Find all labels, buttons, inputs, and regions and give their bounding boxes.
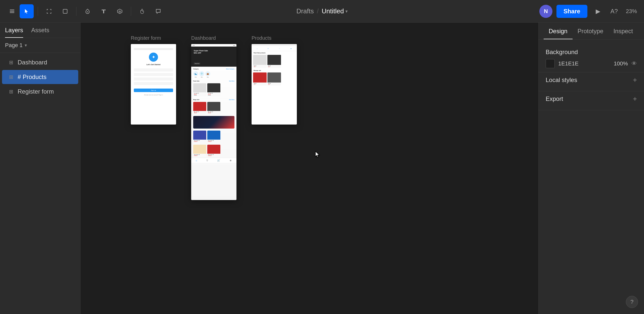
text-tool-button[interactable] — [97, 4, 111, 18]
svg-rect-9 — [47, 12, 47, 14]
prod-product-3[interactable]: Nike Air $175 — [253, 72, 267, 86]
dash-more-product-2[interactable]: Nike Air Max ZTK $1,280.00 — [207, 131, 220, 143]
hand-tool-button[interactable] — [135, 4, 149, 18]
dash-extra-price-2: $1,280.00 — [208, 155, 220, 156]
local-styles-add-button[interactable]: + — [633, 76, 637, 84]
tab-design[interactable]: Design — [544, 23, 573, 39]
prod-product-2[interactable]: Nike Air $255 — [267, 55, 281, 68]
register-phone-bar — [134, 48, 173, 50]
dash-product-info-2: TK - Nike ZTK $255.00 $320.00 — [207, 92, 220, 96]
prod-nav-icon-2[interactable]: ⚲ — [268, 48, 269, 49]
local-styles-header: Local styles + — [546, 76, 637, 84]
frame-tool-button[interactable] — [42, 4, 56, 18]
dash-category-3[interactable]: 👜 Bags — [205, 71, 210, 78]
dash-mega-price-1: $205.00 — [194, 112, 206, 113]
component-tool-button[interactable] — [113, 4, 127, 18]
sidebar-item-register[interactable]: ⊞ Register form — [2, 85, 78, 99]
tab-inspect[interactable]: Inspect — [608, 23, 638, 39]
tab-assets[interactable]: Assets — [31, 27, 49, 38]
nav-profile-icon[interactable]: ☻ — [229, 159, 232, 162]
share-button[interactable]: Share — [556, 5, 587, 18]
dash-extra-products: Nike Air Max ZTK $1,280.00 Nike Air Max … — [191, 144, 236, 158]
tab-prototype[interactable]: Prototype — [573, 23, 609, 39]
local-styles-title: Local styles — [546, 76, 577, 84]
dash-mega-img-1 — [193, 102, 206, 111]
main-menu-button[interactable] — [5, 4, 19, 18]
export-header: Export + — [546, 95, 637, 102]
dash-more-info-1: Nike Air Max ZTK $1,280.00 — [193, 140, 206, 143]
frame-icon: ⊞ — [8, 59, 14, 65]
dash-time: 9:41 — [193, 45, 195, 46]
background-color-value[interactable]: 1E1E1E — [558, 60, 610, 67]
drafts-label[interactable]: Drafts — [296, 7, 314, 15]
dash-mega-sale-banner — [193, 116, 234, 129]
page-selector[interactable]: Page 1 ▾ — [0, 38, 80, 53]
dash-more-category[interactable]: More Category — [226, 68, 234, 70]
prod-product-grid-1: Nike Air $205 Nike Air $255 — [252, 54, 297, 69]
dash-category-1[interactable]: 👟 Shoes — [193, 71, 198, 78]
prod-nav-icon-4[interactable]: ☻ — [290, 48, 292, 49]
page-chevron-icon: ▾ — [25, 43, 27, 48]
page-label: Page 1 — [5, 42, 23, 49]
canvas[interactable]: Register form ✦ Let's Get Started — [80, 23, 538, 314]
prod-section-title: Flash Sale products — [252, 51, 297, 54]
dash-flash-title: Flash Sale See More — [191, 79, 236, 82]
prod-product-price-4: $320 — [268, 84, 280, 85]
background-color-swatch[interactable] — [546, 59, 555, 68]
title-chevron-icon: ▾ — [345, 9, 348, 14]
prod-manage-title: Manage sale — [252, 69, 297, 72]
dash-product-img-2 — [207, 83, 220, 92]
frame-icon: ⊞ — [8, 74, 14, 80]
dashboard-frame-mock[interactable]: 9:41 ●●● Super Flash Sale50% OFF Shop No… — [191, 44, 236, 200]
dash-more-product-1[interactable]: Nike Air Max ZTK $1,280.00 — [193, 131, 206, 143]
layer-label-products: # Products — [18, 73, 47, 81]
svg-rect-1 — [10, 11, 14, 12]
export-add-button[interactable]: + — [633, 95, 637, 102]
background-opacity-value[interactable]: 100% — [614, 60, 628, 67]
dash-extra-product-1[interactable]: Nike Air Max ZTK $1,280.00 — [193, 145, 206, 157]
products-frame-mock[interactable]: ⌂ ⚲ ♡ ☻ Flash Sale products Nike — [252, 44, 297, 125]
zoom-level[interactable]: 23% — [624, 6, 639, 17]
sidebar-item-products[interactable]: ⊞ # Products — [2, 70, 78, 84]
tab-layers[interactable]: Layers — [5, 27, 23, 38]
dash-flash-more[interactable]: See More — [229, 80, 234, 82]
background-visibility-icon[interactable]: 👁 — [631, 60, 637, 67]
play-button[interactable]: ▶ — [591, 5, 605, 18]
toolbar-separator-2 — [76, 7, 76, 16]
dash-product-2[interactable]: TK - Nike ZTK $255.00 $320.00 — [207, 83, 220, 96]
toolbar-separator-3 — [131, 7, 131, 16]
select-tool-button[interactable] — [20, 4, 34, 18]
dash-category-2[interactable]: 👕 Shirts — [199, 71, 204, 78]
sidebar-item-dashboard[interactable]: ⊞ Dashboard — [2, 55, 78, 69]
dash-hero-text: Super Flash Sale50% OFF — [194, 50, 208, 54]
dash-mega-more[interactable]: See More — [229, 99, 234, 100]
nav-cart-icon[interactable]: 🛒 — [217, 159, 220, 162]
prod-product-4[interactable]: Nike Air $320 — [267, 72, 281, 86]
comment-tool-button[interactable] — [151, 4, 165, 18]
toolbar-separator-1 — [38, 7, 38, 16]
dash-cat-label-3: Bags — [207, 77, 209, 78]
document-title[interactable]: Untitled ▾ — [322, 7, 348, 15]
svg-rect-0 — [10, 10, 14, 10]
user-avatar[interactable]: N — [539, 5, 552, 18]
dash-product-1[interactable]: TK - Nike ZTK $205.00 $250.00 — [193, 83, 206, 96]
prod-product-img-4 — [267, 72, 281, 83]
font-size-button[interactable]: A? — [609, 6, 620, 17]
nav-home-icon[interactable]: ⌂ — [196, 159, 197, 162]
dash-mega-product-2[interactable]: MK - Nike ZTK $175.00 — [207, 102, 220, 114]
svg-rect-2 — [10, 12, 14, 13]
dash-extra-product-2[interactable]: Nike Air Max ZTK $1,280.00 — [207, 145, 220, 157]
nav-search-icon[interactable]: ⚲ — [206, 159, 208, 162]
pen-tool-button[interactable] — [80, 4, 95, 18]
help-button[interactable]: ? — [626, 296, 638, 308]
shape-tool-button[interactable] — [58, 4, 72, 18]
prod-product-info-4: Nike Air $320 — [267, 83, 281, 86]
prod-product-1[interactable]: Nike Air $205 — [253, 55, 267, 68]
dash-more-products: Nike Air Max ZTK $1,280.00 Nike Air Max … — [191, 130, 236, 144]
prod-nav-icon-1[interactable]: ⌂ — [257, 48, 257, 49]
register-frame-mock[interactable]: ✦ Let's Get Started Sign up Already have… — [131, 44, 176, 125]
register-signup-btn[interactable]: Sign up — [134, 89, 173, 92]
dash-hero-banner: Super Flash Sale50% OFF Shop Now — [191, 47, 236, 67]
dash-mega-product-1[interactable]: MK - Nike ZTK $205.00 — [193, 102, 206, 114]
prod-nav-icon-3[interactable]: ♡ — [279, 48, 280, 49]
